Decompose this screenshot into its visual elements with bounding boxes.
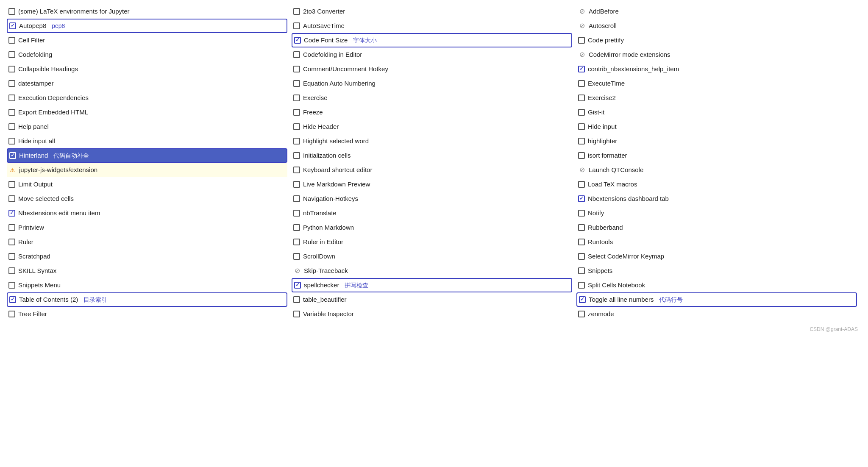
checkbox-unchecked-keyboard-shortcut-editor[interactable] [293, 167, 300, 173]
list-item-nbtranslate[interactable]: nbTranslate [292, 206, 572, 220]
checkbox-unchecked-scratchpad[interactable] [8, 253, 15, 260]
list-item-exercise2[interactable]: Exercise2 [576, 91, 857, 105]
list-item-limit-output[interactable]: Limit Output [7, 177, 287, 192]
checkbox-unchecked-limit-output[interactable] [8, 181, 15, 188]
checkbox-unchecked-navigation-hotkeys[interactable] [293, 195, 300, 202]
list-item-2to3-converter[interactable]: 2to3 Converter [292, 4, 572, 19]
list-item-isort-formatter[interactable]: isort formatter [576, 148, 857, 163]
list-item-scrolldown[interactable]: ScrollDown [292, 249, 572, 264]
list-item-ruler[interactable]: Ruler [7, 235, 287, 249]
list-item-move-selected-cells[interactable]: Move selected cells [7, 192, 287, 206]
checkbox-unchecked-split-cells-notebook[interactable] [578, 282, 585, 289]
list-item-skip-traceback[interactable]: Skip-Traceback [292, 264, 572, 278]
checkbox-unchecked-ruler[interactable] [8, 239, 15, 245]
list-item-initialization-cells[interactable]: Initialization cells [292, 148, 572, 163]
checkbox-unchecked-move-selected-cells[interactable] [8, 195, 15, 202]
checkbox-unchecked-select-codemirror-keymap[interactable] [578, 253, 585, 260]
checkbox-checked-autopep8[interactable] [9, 22, 16, 29]
list-item-hide-input[interactable]: Hide input [576, 120, 857, 134]
list-item-printview[interactable]: Printview [7, 220, 287, 235]
list-item-ruler-in-editor[interactable]: Ruler in Editor [292, 235, 572, 249]
list-item-python-markdown[interactable]: Python Markdown [292, 220, 572, 235]
list-item-hinterland[interactable]: Hinterland代码自动补全 [7, 148, 287, 163]
list-item-skill-syntax[interactable]: SKILL Syntax [7, 264, 287, 278]
list-item-codefolding-editor[interactable]: Codefolding in Editor [292, 47, 572, 62]
disabled-icon-launch-qtconsole[interactable] [578, 166, 586, 174]
checkbox-unchecked-isort-formatter[interactable] [578, 152, 585, 159]
checkbox-unchecked-equation-auto-numbering[interactable] [293, 80, 300, 87]
list-item-codefolding[interactable]: Codefolding [7, 47, 287, 62]
list-item-autoscroll[interactable]: Autoscroll [576, 19, 857, 33]
checkbox-checked-toc2[interactable] [9, 296, 16, 303]
list-item-code-font-size[interactable]: Code Font Size字体大小 [292, 33, 572, 47]
checkbox-unchecked-rubberband[interactable] [578, 224, 585, 231]
list-item-datestamper[interactable]: datestamper [7, 76, 287, 91]
checkbox-unchecked-table-beautifier[interactable] [293, 296, 300, 303]
list-item-toggle-all-line-numbers[interactable]: Toggle all line numbers代码行号 [576, 292, 857, 307]
checkbox-unchecked-highlighter[interactable] [578, 138, 585, 145]
list-item-hide-input-all[interactable]: Hide input all [7, 134, 287, 148]
checkbox-unchecked-cell-filter[interactable] [8, 37, 15, 44]
checkbox-unchecked-latex-jupyter[interactable] [8, 8, 15, 15]
checkbox-unchecked-printview[interactable] [8, 224, 15, 231]
list-item-codemirror-mode-ext[interactable]: CodeMirror mode extensions [576, 47, 857, 62]
list-item-freeze[interactable]: Freeze [292, 105, 572, 120]
list-item-split-cells-notebook[interactable]: Split Cells Notebook [576, 278, 857, 292]
checkbox-unchecked-freeze[interactable] [293, 109, 300, 116]
list-item-contrib-nbextensions-help[interactable]: contrib_nbextensions_help_item [576, 62, 857, 76]
checkbox-unchecked-scrolldown[interactable] [293, 253, 300, 260]
checkbox-unchecked-nbtranslate[interactable] [293, 210, 300, 217]
list-item-scratchpad[interactable]: Scratchpad [7, 249, 287, 264]
disabled-icon-codemirror-mode-ext[interactable] [578, 51, 586, 58]
checkbox-unchecked-initialization-cells[interactable] [293, 152, 300, 159]
list-item-execution-dependencies[interactable]: Execution Dependencies [7, 91, 287, 105]
list-item-select-codemirror-keymap[interactable]: Select CodeMirror Keymap [576, 249, 857, 264]
checkbox-unchecked-notify[interactable] [578, 210, 585, 217]
disabled-icon-autoscroll[interactable] [578, 22, 586, 30]
checkbox-unchecked-snippets[interactable] [578, 267, 585, 274]
list-item-comment-uncomment[interactable]: Comment/Uncomment Hotkey [292, 62, 572, 76]
list-item-table-beautifier[interactable]: table_beautifier [292, 292, 572, 307]
list-item-rubberband[interactable]: Rubberband [576, 220, 857, 235]
list-item-execute-time[interactable]: ExecuteTime [576, 76, 857, 91]
list-item-export-embedded-html[interactable]: Export Embedded HTML [7, 105, 287, 120]
checkbox-unchecked-exercise2[interactable] [578, 95, 585, 101]
list-item-hide-header[interactable]: Hide Header [292, 120, 572, 134]
checkbox-unchecked-load-tex-macros[interactable] [578, 181, 585, 188]
list-item-toc2[interactable]: Table of Contents (2)目录索引 [7, 292, 287, 307]
checkbox-checked-nbextensions-edit-menu[interactable] [8, 210, 15, 217]
checkbox-checked-nbextensions-dashboard-tab[interactable] [578, 195, 585, 202]
list-item-navigation-hotkeys[interactable]: Navigation-Hotkeys [292, 192, 572, 206]
list-item-tree-filter[interactable]: Tree Filter [7, 307, 287, 321]
list-item-notify[interactable]: Notify [576, 206, 857, 220]
checkbox-unchecked-variable-inspector[interactable] [293, 311, 300, 317]
list-item-autopep8[interactable]: Autopep8pep8 [7, 19, 287, 33]
checkbox-unchecked-codefolding[interactable] [8, 51, 15, 58]
list-item-equation-auto-numbering[interactable]: Equation Auto Numbering [292, 76, 572, 91]
checkbox-unchecked-exercise[interactable] [293, 95, 300, 101]
list-item-help-panel[interactable]: Help panel [7, 120, 287, 134]
list-item-jupyter-js-widgets[interactable]: jupyter-js-widgets/extension [7, 163, 287, 177]
checkbox-unchecked-autosavetime[interactable] [293, 22, 300, 29]
checkbox-unchecked-hide-input[interactable] [578, 123, 585, 130]
checkbox-unchecked-highlight-selected-word[interactable] [293, 138, 300, 145]
checkbox-unchecked-live-markdown-preview[interactable] [293, 181, 300, 188]
checkbox-unchecked-skill-syntax[interactable] [8, 267, 15, 274]
list-item-snippets-menu[interactable]: Snippets Menu [7, 278, 287, 292]
checkbox-unchecked-python-markdown[interactable] [293, 224, 300, 231]
list-item-collapsible-headings[interactable]: Collapsible Headings [7, 62, 287, 76]
list-item-nbextensions-dashboard-tab[interactable]: Nbextensions dashboard tab [576, 192, 857, 206]
list-item-load-tex-macros[interactable]: Load TeX macros [576, 177, 857, 192]
checkbox-checked-toggle-all-line-numbers[interactable] [579, 296, 586, 303]
checkbox-unchecked-execute-time[interactable] [578, 80, 585, 87]
list-item-autosavetime[interactable]: AutoSaveTime [292, 19, 572, 33]
list-item-exercise[interactable]: Exercise [292, 91, 572, 105]
checkbox-unchecked-zenmode[interactable] [578, 311, 585, 317]
list-item-latex-jupyter[interactable]: (some) LaTeX environments for Jupyter [7, 4, 287, 19]
checkbox-checked-spellchecker[interactable] [294, 282, 301, 289]
checkbox-unchecked-runtools[interactable] [578, 239, 585, 245]
checkbox-unchecked-datestamper[interactable] [8, 80, 15, 87]
list-item-launch-qtconsole[interactable]: Launch QTConsole [576, 163, 857, 177]
checkbox-unchecked-hide-header[interactable] [293, 123, 300, 130]
list-item-highlight-selected-word[interactable]: Highlight selected word [292, 134, 572, 148]
